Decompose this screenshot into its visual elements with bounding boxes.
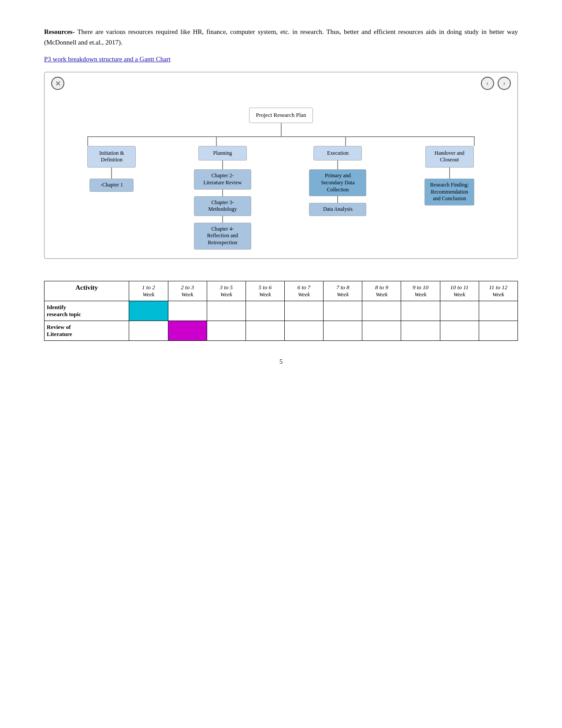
- gantt-cell-identify-9: [440, 301, 479, 321]
- gantt-cell-review-6: [324, 321, 362, 340]
- gantt-cell-identify-3: [207, 301, 246, 321]
- wbs-nav-icons-area: ‹ ›: [481, 77, 511, 90]
- gantt-cell-review-5: [284, 321, 323, 340]
- gantt-cell-review-2: [168, 321, 207, 340]
- wbs-handover: Handover andCloseout Research Finding:Re…: [424, 146, 475, 250]
- gantt-cell-review-8: [401, 321, 440, 340]
- gantt-cell-review-10: [479, 321, 517, 340]
- resources-text: There are various resources required lik…: [44, 28, 518, 46]
- gantt-cell-review-7: [362, 321, 401, 340]
- resources-bold: Resources-: [44, 28, 75, 35]
- gantt-cell-review-4: [246, 321, 284, 340]
- wbs-diagram: ✕ ‹ › Project Research Plan: [44, 72, 518, 259]
- gantt-activity-identify: Identifyresearch topic: [45, 301, 129, 321]
- wbs-tree: Project Research Plan Initiation &Defini…: [53, 86, 509, 250]
- wbs-planning: Planning Chapter 2-Literature Review Cha…: [194, 146, 251, 250]
- wbs-root-node: Project Research Plan: [249, 108, 313, 123]
- gantt-cell-identify-1: [129, 301, 168, 321]
- gantt-header-4: 5 to 6Week: [246, 281, 284, 301]
- gantt-header-9: 10 to 11Week: [440, 281, 479, 301]
- gantt-cell-identify-4: [246, 301, 284, 321]
- gantt-cell-review-3: [207, 321, 246, 340]
- gantt-row-review: Review ofLiterature: [45, 321, 518, 340]
- next-icon[interactable]: ›: [498, 77, 511, 90]
- gantt-header-10: 11 to 12Week: [479, 281, 517, 301]
- gantt-row-identify: Identifyresearch topic: [45, 301, 518, 321]
- gantt-header-2: 2 to 3Week: [168, 281, 207, 301]
- close-icon[interactable]: ✕: [51, 77, 64, 90]
- gantt-cell-identify-5: [284, 301, 323, 321]
- wbs-close-icon-area: ✕: [51, 77, 64, 90]
- gantt-header-6: 7 to 8Week: [324, 281, 362, 301]
- gantt-header-row: Activity 1 to 2Week 2 to 3Week 3 to 5Wee…: [45, 281, 518, 301]
- wbs-execution: Execution Primary andSecondary DataColle…: [309, 146, 366, 250]
- gantt-cell-identify-10: [479, 301, 517, 321]
- gantt-chart-table: Activity 1 to 2Week 2 to 3Week 3 to 5Wee…: [44, 281, 518, 341]
- gantt-cell-identify-6: [324, 301, 362, 321]
- resources-paragraph: Resources- There are various resources r…: [44, 26, 518, 48]
- gantt-cell-identify-7: [362, 301, 401, 321]
- gantt-header-activity: Activity: [45, 281, 129, 301]
- gantt-cell-identify-8: [401, 301, 440, 321]
- gantt-cell-review-1: [129, 321, 168, 340]
- gantt-header-7: 8 to 9Week: [362, 281, 401, 301]
- gantt-header-3: 3 to 5Week: [207, 281, 246, 301]
- gantt-cell-identify-2: [168, 301, 207, 321]
- gantt-activity-review: Review ofLiterature: [45, 321, 129, 340]
- gantt-header-8: 9 to 10Week: [401, 281, 440, 301]
- page-number: 5: [44, 358, 518, 366]
- prev-icon[interactable]: ‹: [481, 77, 494, 90]
- gantt-header-1: 1 to 2Week: [129, 281, 168, 301]
- wbs-initiation: Initiation &Definition -Chapter 1: [87, 146, 136, 250]
- gantt-header-5: 6 to 7Week: [284, 281, 323, 301]
- gantt-cell-review-9: [440, 321, 479, 340]
- section-heading-link[interactable]: P3 work breakdown structure and a Gantt …: [44, 56, 171, 63]
